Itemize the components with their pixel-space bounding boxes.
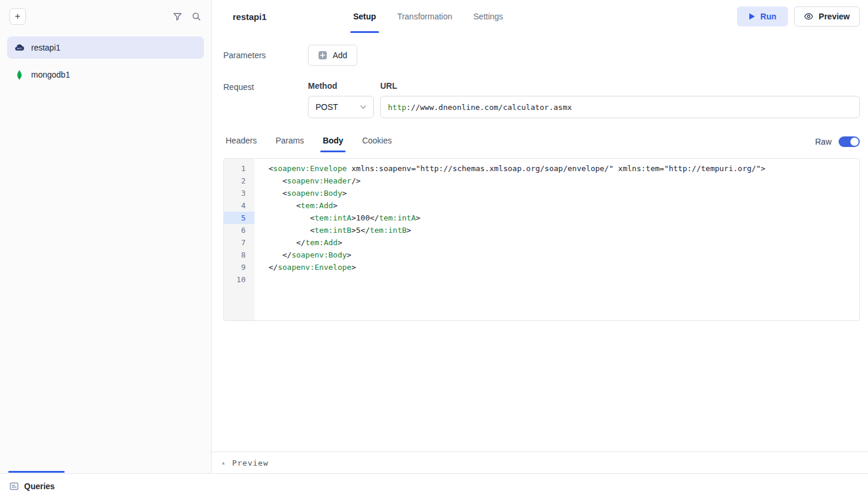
body-code-editor: 12345678910 <soapenv:Envelope xmlns:soap…	[223, 158, 860, 321]
code-line	[269, 273, 859, 286]
sidebar-item-mongodb1[interactable]: mongodb1	[7, 63, 204, 86]
raw-toggle-wrap: Raw	[815, 136, 860, 152]
preview-button-label: Preview	[819, 12, 850, 21]
editor-code-area[interactable]: <soapenv:Envelope xmlns:soapenv="http://…	[254, 159, 859, 320]
toggle-knob	[850, 138, 859, 146]
url-field: URL http://www.dneonline.com/calculator.…	[380, 81, 860, 118]
preview-panel-label: Preview	[232, 459, 269, 467]
code-line: </tem:Add>	[269, 236, 859, 249]
setup-content: Parameters Add Request Method	[212, 33, 868, 452]
add-parameter-button[interactable]: Add	[308, 45, 357, 66]
method-field: Method POST	[308, 81, 374, 118]
tab-transformation[interactable]: Transformation	[394, 0, 455, 33]
line-number: 3	[224, 187, 254, 199]
line-number: 6	[224, 224, 254, 236]
url-label: URL	[380, 81, 860, 91]
request-row: Request Method POST URL http://www.d	[223, 81, 860, 118]
header-actions: Run Preview	[737, 6, 860, 26]
url-rest-text: ://www.dneonline.com/calculator.asmx	[406, 103, 572, 112]
body-tab-params[interactable]: Params	[273, 136, 306, 152]
plus-square-icon	[318, 51, 327, 60]
method-select[interactable]: POST	[308, 96, 374, 118]
code-line: <soapenv:Envelope xmlns:soapenv="http://…	[269, 162, 859, 175]
triangle-up-icon: ▲	[221, 460, 226, 466]
body-tab-cookies[interactable]: Cookies	[360, 136, 394, 152]
code-line: <soapenv:Body>	[269, 187, 859, 199]
mongodb-icon	[14, 69, 25, 80]
queries-tab-label[interactable]: Queries	[24, 482, 55, 491]
search-icon[interactable]	[191, 11, 202, 22]
line-number: 8	[224, 249, 254, 261]
header-tabs: SetupTransformationSettings	[350, 0, 506, 33]
bottom-bar: Queries	[0, 473, 868, 498]
filter-icon[interactable]	[172, 11, 183, 22]
restapi-icon: REST	[14, 42, 25, 53]
preview-button[interactable]: Preview	[794, 6, 860, 26]
code-line: <tem:intA>100</tem:intA>	[269, 212, 859, 224]
sidebar-item-label: mongodb1	[31, 70, 70, 79]
line-number: 4	[224, 199, 254, 212]
method-label: Method	[308, 81, 374, 91]
sidebar-item-restapi1[interactable]: RESTrestapi1	[7, 36, 204, 59]
run-button[interactable]: Run	[737, 6, 788, 26]
line-number: 1	[224, 162, 254, 175]
play-icon	[749, 13, 755, 20]
eye-icon	[804, 12, 813, 21]
run-button-label: Run	[760, 12, 776, 21]
main-panel: restapi1 SetupTransformationSettings Run	[212, 0, 868, 473]
sidebar-toolbar: +	[0, 0, 211, 33]
preview-panel-toggle[interactable]: ▲ Preview	[212, 452, 868, 473]
line-number: 9	[224, 261, 254, 273]
queries-tab-indicator	[8, 471, 65, 473]
raw-label: Raw	[815, 137, 832, 146]
parameters-row: Parameters Add	[223, 45, 860, 66]
url-scheme-text: http	[388, 103, 406, 112]
line-number: 2	[224, 175, 254, 187]
add-parameter-label: Add	[333, 51, 347, 60]
line-number: 7	[224, 236, 254, 249]
tab-settings[interactable]: Settings	[471, 0, 507, 33]
editor-gutter: 12345678910	[224, 159, 254, 320]
request-label: Request	[223, 81, 308, 92]
queries-icon	[9, 482, 19, 491]
main-header: restapi1 SetupTransformationSettings Run	[212, 0, 868, 33]
line-number: 10	[224, 273, 254, 286]
body-tab-headers[interactable]: Headers	[223, 136, 259, 152]
query-list: RESTrestapi1mongodb1	[0, 33, 211, 89]
method-value: POST	[316, 102, 338, 112]
app: + RESTrestapi1mongodb1 restapi1 SetupTra…	[0, 0, 868, 473]
request-body-tabs: HeadersParamsBodyCookies Raw	[223, 136, 860, 152]
tab-setup[interactable]: Setup	[350, 0, 379, 33]
sidebar: + RESTrestapi1mongodb1	[0, 0, 212, 473]
body-tabs-group: HeadersParamsBodyCookies	[223, 136, 408, 152]
sidebar-item-label: restapi1	[31, 43, 61, 52]
code-line: <tem:intB>5</tem:intB>	[269, 224, 859, 236]
parameters-label: Parameters	[223, 51, 308, 60]
add-query-button[interactable]: +	[9, 8, 26, 25]
chevron-down-icon	[359, 103, 367, 111]
code-line: <soapenv:Header/>	[269, 175, 859, 187]
code-line: </soapenv:Body>	[269, 249, 859, 261]
svg-text:REST: REST	[17, 48, 22, 50]
raw-toggle[interactable]	[839, 136, 860, 147]
page-title: restapi1	[233, 12, 267, 22]
code-line: </soapenv:Envelope>	[269, 261, 859, 273]
body-tab-body[interactable]: Body	[320, 136, 346, 152]
code-line: <tem:Add>	[269, 199, 859, 212]
url-input[interactable]: http://www.dneonline.com/calculator.asmx	[380, 96, 860, 118]
line-number: 5	[224, 212, 254, 224]
